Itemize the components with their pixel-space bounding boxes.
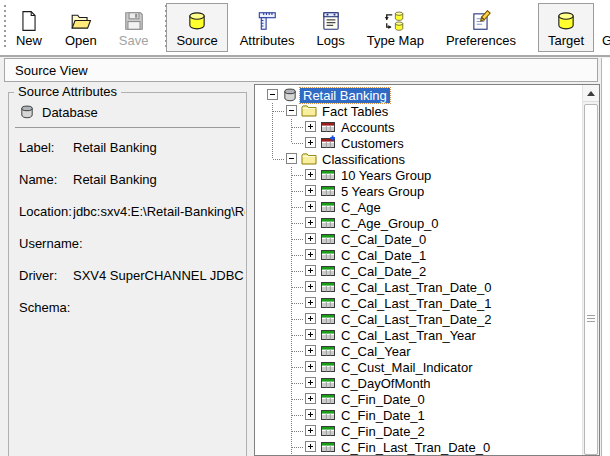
tree-expander-icon[interactable] (301, 215, 320, 231)
tree-node-label: C_DayOfMonth (338, 376, 434, 391)
database-gray-icon (282, 87, 298, 103)
tree-guide-line (282, 311, 301, 327)
toolbar-button-g[interactable]: G (599, 3, 610, 52)
tree-expander-icon[interactable] (301, 199, 320, 215)
tree-expander-icon[interactable] (301, 295, 320, 311)
tree-expander-icon[interactable] (301, 263, 320, 279)
attribute-field-value: Retail Banking (73, 140, 245, 155)
tree-expander-icon[interactable] (263, 87, 282, 103)
toolbar-button-save[interactable]: Save (109, 3, 159, 52)
attribute-field-label: Name: (19, 172, 73, 187)
scrollbar-thumb[interactable] (584, 104, 598, 455)
tree-expander-icon[interactable] (301, 247, 320, 263)
classification-table-icon (320, 167, 336, 183)
classification-table-icon (320, 279, 336, 295)
classification-table-icon (320, 423, 336, 439)
tree-row-10-years-group[interactable]: 10 Years Group (255, 167, 582, 183)
tree-row-fact-tables[interactable]: Fact Tables (255, 103, 582, 119)
tree-expander-icon[interactable] (301, 407, 320, 423)
logs-notepad-icon (320, 10, 342, 32)
tree-expander-icon[interactable] (301, 135, 320, 151)
classification-table-icon (320, 359, 336, 375)
tree-row-c-cal-year[interactable]: C_Cal_Year (255, 343, 582, 359)
tree-row-c-cal-last-tran-date-2[interactable]: C_Cal_Last_Tran_Date_2 (255, 311, 582, 327)
attribute-field-name: Name: Retail Banking (9, 163, 245, 195)
tree-expander-icon[interactable] (301, 183, 320, 199)
tree-row-c-cal-date-2[interactable]: C_Cal_Date_2 (255, 263, 582, 279)
attribute-field-label: Username: (19, 236, 73, 251)
tree-expander-icon[interactable] (301, 343, 320, 359)
tree-guide-line (263, 423, 282, 439)
tree-guide-line (282, 407, 301, 423)
tree-expander-icon[interactable] (301, 327, 320, 343)
attribute-field-label: Driver: (19, 268, 73, 283)
tree-row-5-years-group[interactable]: 5 Years Group (255, 183, 582, 199)
toolbar-button-type-map[interactable]: Type Map (357, 3, 434, 52)
toolbar-button-target[interactable]: Target (538, 3, 594, 52)
tree-expander-icon[interactable] (282, 103, 301, 119)
tree-row-c-cal-last-tran-year[interactable]: C_Cal_Last_Tran_Year (255, 327, 582, 343)
tree-expander-icon[interactable] (301, 375, 320, 391)
tree-guide-line (282, 135, 301, 151)
type-map-icon (384, 10, 406, 32)
tree-row-c-age-group-0[interactable]: C_Age_Group_0 (255, 215, 582, 231)
tree-guide-line (263, 151, 282, 167)
toolbar-button-new[interactable]: New (5, 3, 53, 52)
tree-scrollbar[interactable] (582, 85, 599, 455)
scrollbar-up-button[interactable] (583, 85, 599, 102)
tree-expander-icon[interactable] (301, 231, 320, 247)
tree-row-customers[interactable]: Customers (255, 135, 582, 151)
tree-guide-line (282, 439, 301, 455)
tree-guide-line (263, 391, 282, 407)
tree-expander-icon[interactable] (282, 151, 301, 167)
tree-node-label: Customers (338, 136, 407, 151)
tree-row-c-cal-date-1[interactable]: C_Cal_Date_1 (255, 247, 582, 263)
tree-guide-line (282, 391, 301, 407)
tree-guide-line (282, 183, 301, 199)
folder-icon (301, 151, 317, 167)
tree-row-c-fin-date-1[interactable]: C_Fin_Date_1 (255, 407, 582, 423)
tree-node-label: C_Cal_Date_2 (338, 264, 429, 279)
toolbar-button-open[interactable]: Open (55, 3, 107, 52)
tree-row-accounts[interactable]: Accounts (255, 119, 582, 135)
tree-node-label: C_Fin_Date_2 (338, 424, 428, 439)
tree-guide-line (282, 359, 301, 375)
classification-table-icon (320, 439, 336, 455)
tree-node-label: C_Fin_Date_0 (338, 392, 428, 407)
tree-row-c-cust-mail-indicator[interactable]: C_Cust_Mail_Indicator (255, 359, 582, 375)
toolbar-button-preferences[interactable]: Preferences (436, 3, 526, 52)
tree-expander-icon[interactable] (301, 439, 320, 455)
toolbar-button-logs[interactable]: Logs (307, 3, 355, 52)
tree-guide-line (263, 359, 282, 375)
tree-node-label: 5 Years Group (338, 184, 427, 199)
view-bar: Source View (4, 58, 598, 82)
toolbar-button-attributes[interactable]: Attributes (230, 3, 305, 52)
tree-row-c-fin-date-2[interactable]: C_Fin_Date_2 (255, 423, 582, 439)
tree-row-c-age[interactable]: C_Age (255, 199, 582, 215)
tree-expander-icon[interactable] (301, 311, 320, 327)
database-gray-icon (19, 104, 35, 120)
tree-guide-line (282, 375, 301, 391)
tree-row-c-cal-date-0[interactable]: C_Cal_Date_0 (255, 231, 582, 247)
tree-row-c-dayofmonth[interactable]: C_DayOfMonth (255, 375, 582, 391)
tree-guide-line (263, 311, 282, 327)
tree-row-c-fin-last-tran-date-0[interactable]: C_Fin_Last_Tran_Date_0 (255, 439, 582, 455)
source-attributes-group: Source Attributes Database Label: Retail… (8, 92, 247, 456)
save-floppy-icon (123, 10, 145, 32)
view-bar-title: Source View (15, 63, 88, 78)
tree-expander-icon[interactable] (301, 359, 320, 375)
tree-expander-icon[interactable] (301, 423, 320, 439)
toolbar-button-source[interactable]: Source (166, 3, 227, 52)
tree-guide-line (263, 199, 282, 215)
tree-expander-icon[interactable] (301, 119, 320, 135)
classification-table-icon (320, 215, 336, 231)
tree-row-c-cal-last-tran-date-0[interactable]: C_Cal_Last_Tran_Date_0 (255, 279, 582, 295)
tree-expander-icon[interactable] (301, 279, 320, 295)
tree-row-classifications[interactable]: Classifications (255, 151, 582, 167)
tree-row-c-fin-date-0[interactable]: C_Fin_Date_0 (255, 391, 582, 407)
tree-node-label: C_Cust_Mail_Indicator (338, 360, 476, 375)
tree-expander-icon[interactable] (301, 391, 320, 407)
tree-row-retail-banking[interactable]: Retail Banking (255, 87, 582, 103)
tree-expander-icon[interactable] (301, 167, 320, 183)
tree-row-c-cal-last-tran-date-1[interactable]: C_Cal_Last_Tran_Date_1 (255, 295, 582, 311)
